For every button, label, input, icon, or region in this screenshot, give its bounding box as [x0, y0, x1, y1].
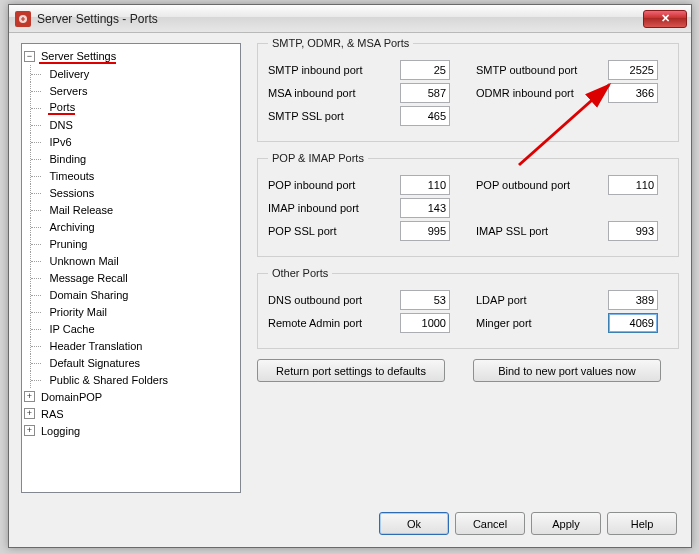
help-button[interactable]: Help	[607, 512, 677, 535]
expand-icon[interactable]: +	[24, 391, 35, 402]
tree-item-ras[interactable]: +RAS	[24, 405, 238, 422]
dns-outbound-port[interactable]	[400, 290, 450, 310]
imap-ssl-port[interactable]	[608, 221, 658, 241]
tree-item[interactable]: Archiving	[24, 218, 238, 235]
msa-inbound-label: MSA inbound port	[268, 87, 400, 99]
pop-inbound-label: POP inbound port	[268, 179, 400, 191]
tree-item[interactable]: Servers	[24, 82, 238, 99]
tree-item[interactable]: Delivery	[24, 65, 238, 82]
tree-item[interactable]: Priority Mail	[24, 303, 238, 320]
close-icon: ✕	[661, 12, 670, 25]
tree-item[interactable]: Pruning	[24, 235, 238, 252]
tree-item-logging[interactable]: +Logging	[24, 422, 238, 439]
nav-tree[interactable]: − Server Settings Delivery Servers Ports…	[21, 43, 241, 493]
odmr-inbound-label: ODMR inbound port	[476, 87, 608, 99]
minger-port[interactable]	[608, 313, 658, 333]
tree-item[interactable]: Unknown Mail	[24, 252, 238, 269]
settings-window: Server Settings - Ports ✕ − Server Setti…	[8, 4, 692, 548]
tree-item[interactable]: Public & Shared Folders	[24, 371, 238, 388]
ports-panel: SMTP, ODMR, & MSA Ports SMTP inbound por…	[257, 37, 679, 497]
tree-item[interactable]: Binding	[24, 150, 238, 167]
tree-item-ports[interactable]: Ports	[24, 99, 238, 116]
tree-item[interactable]: Mail Release	[24, 201, 238, 218]
odmr-inbound-port[interactable]	[608, 83, 658, 103]
pop-ssl-port[interactable]	[400, 221, 450, 241]
other-ports-group: Other Ports DNS outbound port LDAP port …	[257, 267, 679, 349]
ok-button[interactable]: Ok	[379, 512, 449, 535]
pop-ssl-label: POP SSL port	[268, 225, 400, 237]
pop-outbound-label: POP outbound port	[476, 179, 608, 191]
remote-admin-label: Remote Admin port	[268, 317, 400, 329]
smtp-outbound-port[interactable]	[608, 60, 658, 80]
imap-inbound-label: IMAP inbound port	[268, 202, 400, 214]
smtp-ssl-label: SMTP SSL port	[268, 110, 400, 122]
smtp-group: SMTP, ODMR, & MSA Ports SMTP inbound por…	[257, 37, 679, 142]
titlebar[interactable]: Server Settings - Ports ✕	[9, 5, 691, 33]
tree-item[interactable]: Sessions	[24, 184, 238, 201]
tree-item[interactable]: Domain Sharing	[24, 286, 238, 303]
smtp-outbound-label: SMTP outbound port	[476, 64, 608, 76]
other-ports-legend: Other Ports	[268, 267, 332, 279]
ldap-port[interactable]	[608, 290, 658, 310]
imap-inbound-port[interactable]	[400, 198, 450, 218]
msa-inbound-port[interactable]	[400, 83, 450, 103]
expand-icon[interactable]: +	[24, 425, 35, 436]
tree-root-label: Server Settings	[39, 50, 116, 64]
cancel-button[interactable]: Cancel	[455, 512, 525, 535]
pop-outbound-port[interactable]	[608, 175, 658, 195]
remote-admin-port[interactable]	[400, 313, 450, 333]
app-icon	[15, 11, 31, 27]
client-area: − Server Settings Delivery Servers Ports…	[9, 33, 691, 547]
tree-item[interactable]: IPv6	[24, 133, 238, 150]
minger-port-label: Minger port	[476, 317, 608, 329]
pop-imap-group: POP & IMAP Ports POP inbound port POP ou…	[257, 152, 679, 257]
tree-item[interactable]: Timeouts	[24, 167, 238, 184]
dialog-buttons: Ok Cancel Apply Help	[379, 512, 677, 535]
tree-item[interactable]: Message Recall	[24, 269, 238, 286]
imap-ssl-label: IMAP SSL port	[476, 225, 608, 237]
pop-imap-legend: POP & IMAP Ports	[268, 152, 368, 164]
smtp-legend: SMTP, ODMR, & MSA Ports	[268, 37, 413, 49]
smtp-inbound-port[interactable]	[400, 60, 450, 80]
tree-item[interactable]: IP Cache	[24, 320, 238, 337]
close-button[interactable]: ✕	[643, 10, 687, 28]
tree-root-server-settings[interactable]: − Server Settings	[24, 48, 238, 65]
expand-icon[interactable]: +	[24, 408, 35, 419]
bind-now-button[interactable]: Bind to new port values now	[473, 359, 661, 382]
dns-outbound-label: DNS outbound port	[268, 294, 400, 306]
collapse-icon[interactable]: −	[24, 51, 35, 62]
pop-inbound-port[interactable]	[400, 175, 450, 195]
tree-item[interactable]: DNS	[24, 116, 238, 133]
window-title: Server Settings - Ports	[37, 12, 643, 26]
return-defaults-button[interactable]: Return port settings to defaults	[257, 359, 445, 382]
smtp-inbound-label: SMTP inbound port	[268, 64, 400, 76]
smtp-ssl-port[interactable]	[400, 106, 450, 126]
tree-item[interactable]: Default Signatures	[24, 354, 238, 371]
ldap-port-label: LDAP port	[476, 294, 608, 306]
tree-item-domainpop[interactable]: +DomainPOP	[24, 388, 238, 405]
apply-button[interactable]: Apply	[531, 512, 601, 535]
tree-item[interactable]: Header Translation	[24, 337, 238, 354]
